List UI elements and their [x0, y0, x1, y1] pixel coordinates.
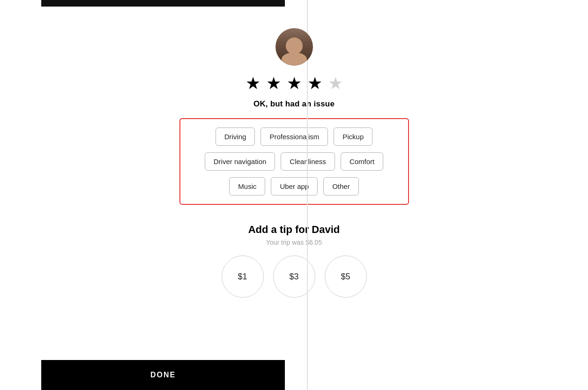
star-rating: ★ ★ ★ ★ ★ [246, 75, 343, 92]
tag-driving[interactable]: Driving [216, 128, 255, 146]
tip-3-dollar[interactable]: $3 [273, 255, 315, 298]
main-content: ★ ★ ★ ★ ★ OK, but had an issue Driving P… [0, 28, 588, 312]
tag-comfort[interactable]: Comfort [341, 152, 383, 171]
tag-pickup[interactable]: Pickup [334, 128, 372, 146]
tags-row-2: Driver navigation Cleanliness Comfort [190, 152, 399, 171]
top-bar [41, 0, 285, 7]
star-4[interactable]: ★ [307, 75, 322, 92]
driver-avatar [275, 28, 313, 66]
rating-label: OK, but had an issue [253, 99, 335, 109]
tip-circles: $1 $3 $5 [222, 255, 367, 298]
star-5[interactable]: ★ [328, 75, 343, 92]
tags-row-3: Music Uber app Other [190, 177, 399, 195]
star-3[interactable]: ★ [287, 75, 302, 92]
tip-1-dollar[interactable]: $1 [222, 255, 264, 298]
tip-section: Add a tip for David Your trip was $6.05 … [222, 224, 367, 298]
tag-cleanliness[interactable]: Cleanliness [281, 152, 335, 171]
avatar-image [275, 28, 313, 66]
star-1[interactable]: ★ [246, 75, 261, 92]
tip-5-dollar[interactable]: $5 [325, 255, 367, 298]
tag-other[interactable]: Other [323, 177, 359, 195]
issue-tags-container: Driving Professionalism Pickup Driver na… [179, 118, 409, 205]
star-2[interactable]: ★ [266, 75, 281, 92]
tip-title: Add a tip for David [248, 224, 340, 236]
trip-cost: Your trip was $6.05 [266, 239, 322, 246]
tag-professionalism[interactable]: Professionalism [261, 128, 328, 146]
done-button[interactable]: DONE [41, 360, 285, 390]
tag-driver-navigation[interactable]: Driver navigation [205, 152, 275, 171]
tags-row-1: Driving Professionalism Pickup [190, 128, 399, 146]
page-container: ★ ★ ★ ★ ★ OK, but had an issue Driving P… [0, 0, 588, 390]
tag-uber-app[interactable]: Uber app [271, 177, 318, 195]
tag-music[interactable]: Music [229, 177, 265, 195]
